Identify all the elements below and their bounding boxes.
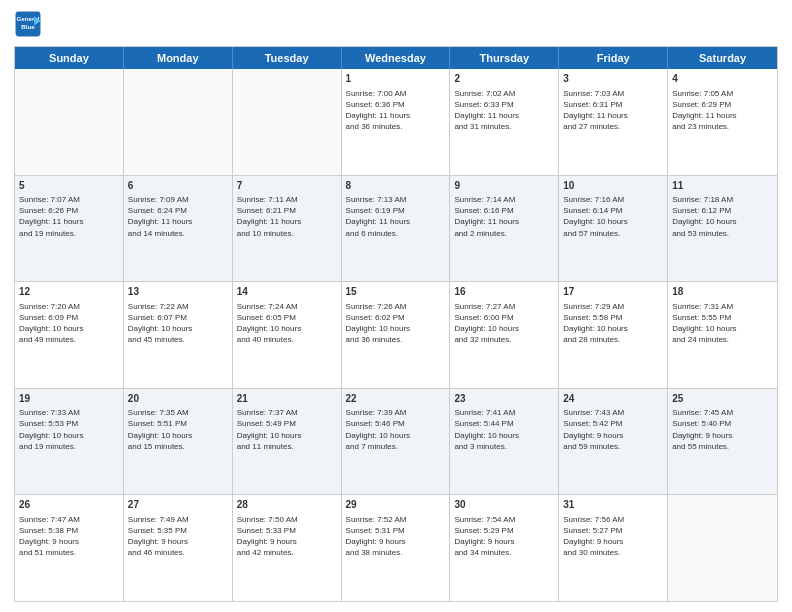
day-cell-3: 3Sunrise: 7:03 AMSunset: 6:31 PMDaylight… bbox=[559, 69, 668, 175]
cell-info: Sunset: 6:19 PM bbox=[346, 205, 446, 216]
cell-info: Sunrise: 7:56 AM bbox=[563, 514, 663, 525]
calendar-body: 1Sunrise: 7:00 AMSunset: 6:36 PMDaylight… bbox=[15, 69, 777, 601]
cell-info: Sunset: 5:33 PM bbox=[237, 525, 337, 536]
day-number: 25 bbox=[672, 392, 773, 406]
day-cell-15: 15Sunrise: 7:26 AMSunset: 6:02 PMDayligh… bbox=[342, 282, 451, 388]
day-number: 7 bbox=[237, 179, 337, 193]
day-number: 10 bbox=[563, 179, 663, 193]
cell-info: Sunrise: 7:27 AM bbox=[454, 301, 554, 312]
calendar-row-2: 12Sunrise: 7:20 AMSunset: 6:09 PMDayligh… bbox=[15, 282, 777, 389]
cell-info: Daylight: 10 hours bbox=[237, 323, 337, 334]
day-cell-14: 14Sunrise: 7:24 AMSunset: 6:05 PMDayligh… bbox=[233, 282, 342, 388]
day-number: 8 bbox=[346, 179, 446, 193]
cell-info: Daylight: 10 hours bbox=[346, 430, 446, 441]
cell-info: and 6 minutes. bbox=[346, 228, 446, 239]
cell-info: Sunset: 5:29 PM bbox=[454, 525, 554, 536]
calendar-header: SundayMondayTuesdayWednesdayThursdayFrid… bbox=[15, 47, 777, 69]
page: General Blue SundayMondayTuesdayWednesda… bbox=[0, 0, 792, 612]
cell-info: Sunset: 6:12 PM bbox=[672, 205, 773, 216]
day-number: 11 bbox=[672, 179, 773, 193]
cell-info: Sunset: 5:49 PM bbox=[237, 418, 337, 429]
cell-info: Sunset: 5:44 PM bbox=[454, 418, 554, 429]
cell-info: and 32 minutes. bbox=[454, 334, 554, 345]
cell-info: Sunrise: 7:47 AM bbox=[19, 514, 119, 525]
cell-info: and 11 minutes. bbox=[237, 441, 337, 452]
cell-info: Daylight: 11 hours bbox=[237, 216, 337, 227]
calendar-row-0: 1Sunrise: 7:00 AMSunset: 6:36 PMDaylight… bbox=[15, 69, 777, 176]
day-number: 28 bbox=[237, 498, 337, 512]
day-number: 2 bbox=[454, 72, 554, 86]
cell-info: Daylight: 9 hours bbox=[346, 536, 446, 547]
day-number: 30 bbox=[454, 498, 554, 512]
cell-info: Sunrise: 7:14 AM bbox=[454, 194, 554, 205]
empty-cell bbox=[233, 69, 342, 175]
cell-info: and 23 minutes. bbox=[672, 121, 773, 132]
day-cell-5: 5Sunrise: 7:07 AMSunset: 6:26 PMDaylight… bbox=[15, 176, 124, 282]
cell-info: Sunset: 5:51 PM bbox=[128, 418, 228, 429]
cell-info: Sunset: 5:31 PM bbox=[346, 525, 446, 536]
cell-info: and 10 minutes. bbox=[237, 228, 337, 239]
cell-info: Sunset: 6:05 PM bbox=[237, 312, 337, 323]
day-cell-2: 2Sunrise: 7:02 AMSunset: 6:33 PMDaylight… bbox=[450, 69, 559, 175]
day-number: 17 bbox=[563, 285, 663, 299]
cell-info: Daylight: 11 hours bbox=[128, 216, 228, 227]
day-number: 19 bbox=[19, 392, 119, 406]
cell-info: Daylight: 10 hours bbox=[563, 323, 663, 334]
cell-info: and 55 minutes. bbox=[672, 441, 773, 452]
cell-info: Daylight: 10 hours bbox=[346, 323, 446, 334]
cell-info: Sunset: 5:27 PM bbox=[563, 525, 663, 536]
day-number: 29 bbox=[346, 498, 446, 512]
day-number: 27 bbox=[128, 498, 228, 512]
cell-info: Sunrise: 7:16 AM bbox=[563, 194, 663, 205]
cell-info: Sunset: 6:02 PM bbox=[346, 312, 446, 323]
day-cell-9: 9Sunrise: 7:14 AMSunset: 6:16 PMDaylight… bbox=[450, 176, 559, 282]
cell-info: Sunrise: 7:41 AM bbox=[454, 407, 554, 418]
header-day-wednesday: Wednesday bbox=[342, 47, 451, 69]
cell-info: Sunrise: 7:33 AM bbox=[19, 407, 119, 418]
cell-info: Daylight: 10 hours bbox=[128, 430, 228, 441]
cell-info: Daylight: 9 hours bbox=[672, 430, 773, 441]
cell-info: Sunrise: 7:07 AM bbox=[19, 194, 119, 205]
day-cell-13: 13Sunrise: 7:22 AMSunset: 6:07 PMDayligh… bbox=[124, 282, 233, 388]
cell-info: Sunrise: 7:03 AM bbox=[563, 88, 663, 99]
cell-info: Sunset: 6:33 PM bbox=[454, 99, 554, 110]
day-cell-22: 22Sunrise: 7:39 AMSunset: 5:46 PMDayligh… bbox=[342, 389, 451, 495]
cell-info: Sunset: 5:35 PM bbox=[128, 525, 228, 536]
day-cell-25: 25Sunrise: 7:45 AMSunset: 5:40 PMDayligh… bbox=[668, 389, 777, 495]
cell-info: Daylight: 9 hours bbox=[128, 536, 228, 547]
cell-info: Sunset: 6:07 PM bbox=[128, 312, 228, 323]
cell-info: Sunrise: 7:31 AM bbox=[672, 301, 773, 312]
cell-info: Sunrise: 7:39 AM bbox=[346, 407, 446, 418]
cell-info: Sunrise: 7:18 AM bbox=[672, 194, 773, 205]
cell-info: Sunrise: 7:22 AM bbox=[128, 301, 228, 312]
logo-icon: General Blue bbox=[14, 10, 42, 38]
header-day-monday: Monday bbox=[124, 47, 233, 69]
cell-info: Sunrise: 7:52 AM bbox=[346, 514, 446, 525]
cell-info: Daylight: 11 hours bbox=[454, 216, 554, 227]
cell-info: and 28 minutes. bbox=[563, 334, 663, 345]
day-cell-4: 4Sunrise: 7:05 AMSunset: 6:29 PMDaylight… bbox=[668, 69, 777, 175]
cell-info: Sunrise: 7:20 AM bbox=[19, 301, 119, 312]
cell-info: and 31 minutes. bbox=[454, 121, 554, 132]
day-cell-24: 24Sunrise: 7:43 AMSunset: 5:42 PMDayligh… bbox=[559, 389, 668, 495]
day-cell-17: 17Sunrise: 7:29 AMSunset: 5:58 PMDayligh… bbox=[559, 282, 668, 388]
header-day-saturday: Saturday bbox=[668, 47, 777, 69]
cell-info: Daylight: 10 hours bbox=[454, 323, 554, 334]
day-number: 1 bbox=[346, 72, 446, 86]
cell-info: Daylight: 10 hours bbox=[128, 323, 228, 334]
day-number: 31 bbox=[563, 498, 663, 512]
cell-info: and 2 minutes. bbox=[454, 228, 554, 239]
cell-info: Daylight: 11 hours bbox=[346, 216, 446, 227]
cell-info: Sunset: 5:38 PM bbox=[19, 525, 119, 536]
day-number: 21 bbox=[237, 392, 337, 406]
empty-cell bbox=[15, 69, 124, 175]
day-number: 24 bbox=[563, 392, 663, 406]
cell-info: and 7 minutes. bbox=[346, 441, 446, 452]
cell-info: Sunset: 6:29 PM bbox=[672, 99, 773, 110]
cell-info: and 34 minutes. bbox=[454, 547, 554, 558]
cell-info: and 45 minutes. bbox=[128, 334, 228, 345]
cell-info: and 38 minutes. bbox=[346, 547, 446, 558]
day-number: 4 bbox=[672, 72, 773, 86]
day-cell-30: 30Sunrise: 7:54 AMSunset: 5:29 PMDayligh… bbox=[450, 495, 559, 601]
cell-info: Sunset: 6:36 PM bbox=[346, 99, 446, 110]
